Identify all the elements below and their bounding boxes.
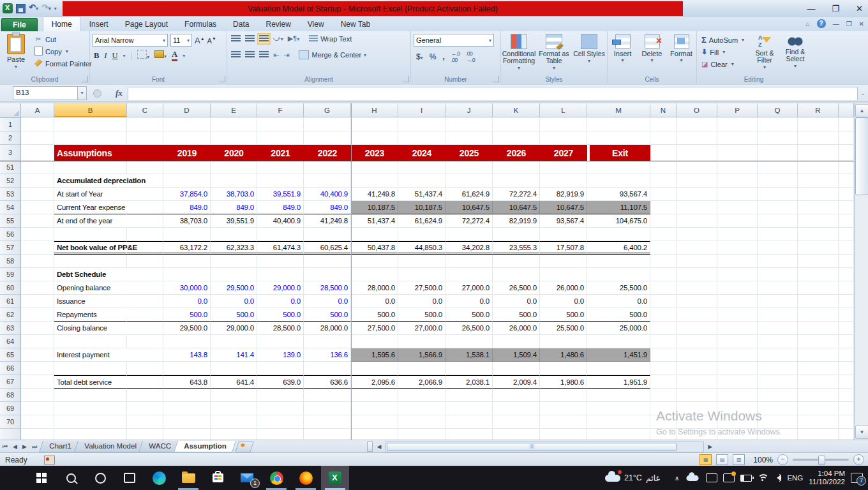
cell-N60[interactable] [650,281,677,295]
cell-E68[interactable] [211,389,257,402]
cell-x3[interactable] [839,145,854,161]
cell-N62[interactable] [650,308,677,322]
cell-K2[interactable] [493,131,540,145]
cell-B1[interactable] [54,118,127,131]
cell-M2[interactable] [587,131,650,145]
cell-L60[interactable]: 26,000.0 [540,281,587,295]
cell-K52[interactable] [493,174,540,188]
cell-N57[interactable] [650,241,677,255]
cell-O64[interactable] [677,335,717,348]
cell-E64[interactable] [211,335,257,348]
battery-icon[interactable] [740,475,752,482]
cell-L54[interactable]: 10,647.5 [540,201,587,214]
cell-x62[interactable] [839,308,854,322]
cell-B65[interactable]: Interest payment [54,348,127,362]
tab-page-layout[interactable]: Page Layout [117,17,176,31]
row-header-67[interactable]: 67 [0,375,21,389]
align-center-icon[interactable] [245,51,255,59]
cell-M61[interactable]: 0.0 [587,295,650,308]
cell-x64[interactable] [839,335,854,348]
cell-J58[interactable] [445,255,493,268]
percent-style-button[interactable]: % [430,52,437,61]
cell-F65[interactable]: 139.0 [257,348,304,362]
zoom-level[interactable]: 100% [753,456,773,464]
cell-D58[interactable] [163,255,211,268]
cell-x52[interactable] [839,174,854,188]
cell-A55[interactable] [21,214,54,228]
tab-insert[interactable]: Insert [81,17,117,31]
column-header-N[interactable]: N [650,103,677,117]
cell-H66[interactable] [351,362,398,375]
clock[interactable]: 1:04 PM 11/10/2022 [809,470,845,486]
cell-P68[interactable] [717,389,758,402]
cell-O51[interactable] [677,161,717,174]
column-header-C[interactable]: C [127,103,163,117]
column-header-E[interactable]: E [211,103,257,117]
cell-I57[interactable]: 44,850.3 [398,241,445,255]
save-icon[interactable] [16,4,26,13]
cell-C67[interactable] [127,375,163,389]
cell-M52[interactable] [587,174,650,188]
workbook-minimize-icon[interactable]: — [833,20,839,27]
redo-button[interactable]: ↷▾ [41,2,51,15]
cell-F61[interactable]: 0.0 [257,295,304,308]
cell-I55[interactable]: 61,624.9 [398,214,445,228]
undo-button[interactable]: ↶▾ [29,2,38,15]
row-header-53[interactable]: 53 [0,188,21,201]
cell-R3[interactable] [798,145,839,161]
cell-R[interactable] [798,429,839,440]
cell-R66[interactable] [798,362,839,375]
cell-I56[interactable] [398,228,445,241]
conditional-formatting-button[interactable]: Conditional Formatting▾ [502,33,536,73]
insert-worksheet-icon[interactable] [236,442,255,452]
row-header-58[interactable]: 58 [0,255,21,268]
cell-P59[interactable] [717,268,758,281]
column-header-end[interactable] [839,103,854,117]
cell-B63[interactable]: Closing balance [54,322,127,335]
cell-R62[interactable] [798,308,839,322]
cell-A65[interactable] [21,348,54,362]
cell-Q63[interactable] [758,322,798,335]
cell-D70[interactable] [163,415,211,429]
cell-G57[interactable]: 60,625.4 [304,241,351,255]
cell-E53[interactable]: 38,703.0 [211,188,257,201]
cell-B70[interactable] [54,415,127,429]
cell-M55[interactable]: 104,675.0 [587,214,650,228]
cell-O61[interactable] [677,295,717,308]
cell-F56[interactable] [257,228,304,241]
cell-M65[interactable]: 1,451.9 [587,348,650,362]
cell-J53[interactable]: 61,624.9 [445,188,493,201]
cortana-button[interactable] [86,466,114,490]
cell-R69[interactable] [798,402,839,415]
cell-F69[interactable] [257,402,304,415]
column-header-O[interactable]: O [677,103,717,117]
cell-C62[interactable] [127,308,163,322]
cell-M3[interactable]: Exit [587,145,650,161]
cell-F1[interactable] [257,118,304,131]
cell-B[interactable] [54,429,127,440]
cell-A52[interactable] [21,174,54,188]
cell-L56[interactable] [540,228,587,241]
cell-N63[interactable] [650,322,677,335]
cell-K59[interactable] [493,268,540,281]
cell-M68[interactable] [587,389,650,402]
column-header-Q[interactable]: Q [758,103,798,117]
cell-F55[interactable]: 40,400.9 [257,214,304,228]
cell-F60[interactable]: 29,000.0 [257,281,304,295]
cell-L51[interactable] [540,161,587,174]
cell-I1[interactable] [398,118,445,131]
cell-Q55[interactable] [758,214,798,228]
cell-P55[interactable] [717,214,758,228]
cell-O65[interactable] [677,348,717,362]
select-all-button[interactable] [0,103,21,118]
cell-G62[interactable]: 500.0 [304,308,351,322]
cell-G66[interactable] [304,362,351,375]
volume-icon[interactable] [774,475,781,481]
column-header-K[interactable]: K [493,103,540,117]
onedrive-icon[interactable] [687,475,699,481]
cell-A64[interactable] [21,335,54,348]
cell-A61[interactable] [21,295,54,308]
cell-K58[interactable] [493,255,540,268]
row-header-70[interactable]: 70 [0,415,21,429]
row-header-57[interactable]: 57 [0,241,21,255]
